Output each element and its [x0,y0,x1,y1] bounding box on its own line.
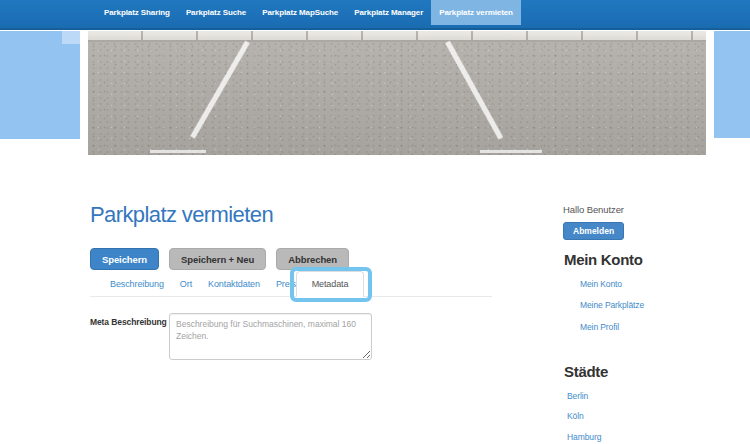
form-tabs: Beschreibung Ort Kontaktdaten Preise [102,271,309,297]
logout-button[interactable]: Abmelden [563,222,624,240]
tab-beschreibung[interactable]: Beschreibung [110,279,164,289]
sidebar-link-koeln[interactable]: Köln [567,411,584,421]
tab-kontaktdaten[interactable]: Kontaktdaten [208,279,260,289]
sidebar-link-mein-konto[interactable]: Mein Konto [580,279,622,289]
hero-parking-photo [88,31,706,155]
nav-item-parkplatz-suche[interactable]: Parkplatz Suche [178,0,254,25]
sidebar-link-hamburg[interactable]: Hamburg [567,432,601,442]
save-and-new-button[interactable]: Speichern + Neu [169,248,266,270]
save-button[interactable]: Speichern [90,248,159,270]
user-greeting: Hallo Benutzer [563,204,624,215]
carousel-slide-left-corner [62,31,80,44]
parking-dash-right [480,150,542,153]
carousel-slide-right [714,31,750,138]
cancel-button[interactable]: Abbrechen [276,248,349,270]
form-action-buttons: Speichern Speichern + Neu Abbrechen [90,248,349,270]
hero-asphalt [88,42,706,155]
account-section-heading: Mein Konto [564,251,643,268]
meta-description-label: Meta Beschreibung [90,317,168,327]
sidebar-link-mein-profil[interactable]: Mein Profil [580,322,619,332]
hero-curb-wall [88,31,706,42]
parking-dash-left [150,150,206,153]
top-navbar: Parkplatz Sharing Parkplatz Suche Parkpl… [0,0,750,30]
nav-item-parkplatz-mapsuche[interactable]: Parkplatz MapSuche [254,0,346,25]
tab-ort[interactable]: Ort [180,279,192,289]
tab-metadata-active[interactable]: Metadata [296,271,364,297]
nav-item-parkplatz-manager[interactable]: Parkplatz Manager [346,0,431,25]
page-title: Parkplatz vermieten [90,202,273,228]
sidebar-link-meine-parkplaetze[interactable]: Meine Parkplätze [580,300,644,310]
nav-item-parkplatz-sharing[interactable]: Parkplatz Sharing [96,0,178,25]
meta-description-textarea[interactable] [169,313,372,360]
sidebar-link-berlin[interactable]: Berlin [567,391,588,401]
carousel-slide-left [0,31,80,139]
cities-section-heading: Städte [564,363,608,380]
nav-item-parkplatz-vermieten[interactable]: Parkplatz vermieten [431,0,521,25]
